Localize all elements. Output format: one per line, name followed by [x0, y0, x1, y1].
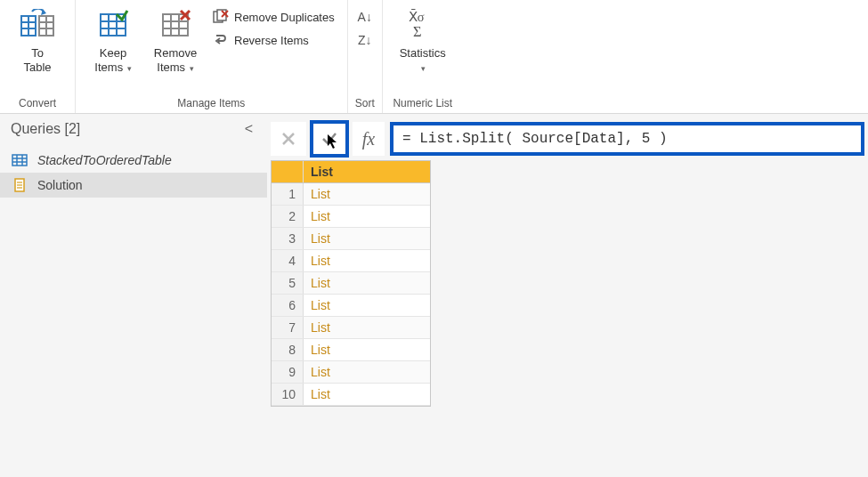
sort-descending-icon: Z↓: [357, 32, 373, 48]
ribbon-group-numeric-list: X̄σ Σ Statistics▾ Numeric List: [383, 0, 463, 113]
statistics-label: Statistics▾: [400, 46, 446, 74]
ribbon: To Table Convert Keep Items ▾: [0, 0, 868, 114]
table-row[interactable]: 8List: [272, 339, 430, 361]
dropdown-arrow-icon: ▾: [421, 64, 426, 73]
cell-value[interactable]: List: [304, 295, 430, 316]
cell-value[interactable]: List: [304, 317, 430, 338]
table-row[interactable]: 4List: [272, 250, 430, 272]
remove-items-label: Remove Items ▾: [154, 46, 197, 74]
formula-input-value: = List.Split( Source[Data], 5 ): [402, 131, 668, 147]
formula-cancel-button[interactable]: [271, 122, 306, 156]
row-number-header: [272, 161, 304, 182]
query-item[interactable]: Solution: [0, 173, 267, 198]
collapse-pane-button[interactable]: <: [239, 121, 258, 137]
to-table-button[interactable]: To Table: [9, 4, 66, 84]
statistics-button[interactable]: X̄σ Σ Statistics▾: [392, 4, 454, 84]
ribbon-group-manage-items: Keep Items ▾ Remove Items ▾: [76, 0, 348, 113]
cell-value[interactable]: List: [304, 384, 430, 405]
sort-ascending-button[interactable]: A↓: [353, 7, 377, 27]
row-number: 9: [272, 361, 304, 383]
remove-items-icon: [158, 7, 193, 43]
cell-value[interactable]: List: [304, 272, 430, 294]
table-row[interactable]: 9List: [272, 361, 430, 384]
formula-fx-button[interactable]: fx: [353, 122, 385, 156]
table-row[interactable]: 3List: [272, 228, 430, 250]
ribbon-group-label-manage-items: Manage Items: [177, 94, 245, 111]
table-row[interactable]: 10List: [272, 384, 430, 406]
svg-text:Σ: Σ: [413, 23, 422, 40]
x-icon: [280, 131, 296, 147]
queries-pane-title: Queries [2]: [11, 121, 80, 137]
query-item[interactable]: StackedToOrderedTable: [0, 148, 267, 173]
remove-duplicates-label: Remove Duplicates: [234, 11, 335, 24]
row-number: 7: [272, 317, 304, 338]
queries-pane: Queries [2] < StackedToOrderedTable: [0, 114, 267, 477]
reverse-items-label: Reverse Items: [234, 34, 309, 47]
cell-value[interactable]: List: [304, 183, 430, 205]
main-pane: fx = List.Split( Source[Data], 5 ) List …: [267, 114, 868, 477]
row-number: 6: [272, 295, 304, 316]
column-header[interactable]: List: [304, 161, 430, 182]
result-table: List 1List 2List 3List 4List 5List 6List…: [271, 160, 431, 407]
ribbon-group-sort: A↓ Z↓ Sort: [348, 0, 383, 113]
formula-bar: fx = List.Split( Source[Data], 5 ): [271, 121, 864, 157]
formula-commit-button[interactable]: [312, 122, 347, 156]
table-row[interactable]: 5List: [272, 272, 430, 295]
ribbon-group-label-numeric-list: Numeric List: [393, 94, 452, 111]
ribbon-group-convert: To Table Convert: [0, 0, 76, 113]
dropdown-arrow-icon: ▾: [187, 64, 194, 73]
cell-value[interactable]: List: [304, 206, 430, 227]
table-header-row: List: [272, 161, 430, 183]
keep-items-button[interactable]: Keep Items ▾: [85, 4, 142, 84]
remove-duplicates-button[interactable]: Remove Duplicates: [209, 7, 338, 27]
sort-ascending-icon: A↓: [357, 9, 373, 25]
row-number: 10: [272, 384, 304, 405]
statistics-icon: X̄σ Σ: [405, 7, 441, 43]
to-table-label: To Table: [23, 46, 51, 74]
table-query-icon: [11, 153, 28, 167]
keep-items-icon: [95, 7, 131, 43]
reverse-items-icon: [213, 32, 229, 48]
cursor-icon: [327, 133, 339, 150]
formula-input[interactable]: = List.Split( Source[Data], 5 ): [390, 122, 864, 156]
cell-value[interactable]: List: [304, 339, 430, 360]
cell-value[interactable]: List: [304, 361, 430, 383]
table-row[interactable]: 2List: [272, 206, 430, 228]
table-row[interactable]: 7List: [272, 317, 430, 339]
sort-descending-button[interactable]: Z↓: [353, 30, 377, 50]
list-query-icon: [11, 178, 28, 192]
row-number: 2: [272, 206, 304, 227]
table-row[interactable]: 1List: [272, 183, 430, 206]
dropdown-arrow-icon: ▾: [125, 64, 132, 73]
query-item-label: StackedToOrderedTable: [37, 153, 172, 167]
row-number: 3: [272, 228, 304, 249]
query-item-label: Solution: [37, 178, 83, 192]
keep-items-label: Keep Items ▾: [94, 46, 131, 74]
row-number: 5: [272, 272, 304, 294]
reverse-items-button[interactable]: Reverse Items: [209, 30, 338, 50]
row-number: 4: [272, 250, 304, 271]
row-number: 8: [272, 339, 304, 360]
svg-text:X̄σ: X̄σ: [408, 9, 424, 24]
to-table-icon: [20, 7, 55, 43]
row-number: 1: [272, 183, 304, 205]
svg-rect-26: [12, 155, 27, 166]
ribbon-group-label-sort: Sort: [355, 94, 375, 111]
remove-duplicates-icon: [213, 9, 229, 25]
cell-value[interactable]: List: [304, 228, 430, 249]
remove-items-button[interactable]: Remove Items ▾: [147, 4, 204, 84]
table-row[interactable]: 6List: [272, 295, 430, 317]
ribbon-group-label-convert: Convert: [19, 94, 56, 111]
cell-value[interactable]: List: [304, 250, 430, 271]
queries-pane-header: Queries [2] <: [0, 114, 267, 148]
